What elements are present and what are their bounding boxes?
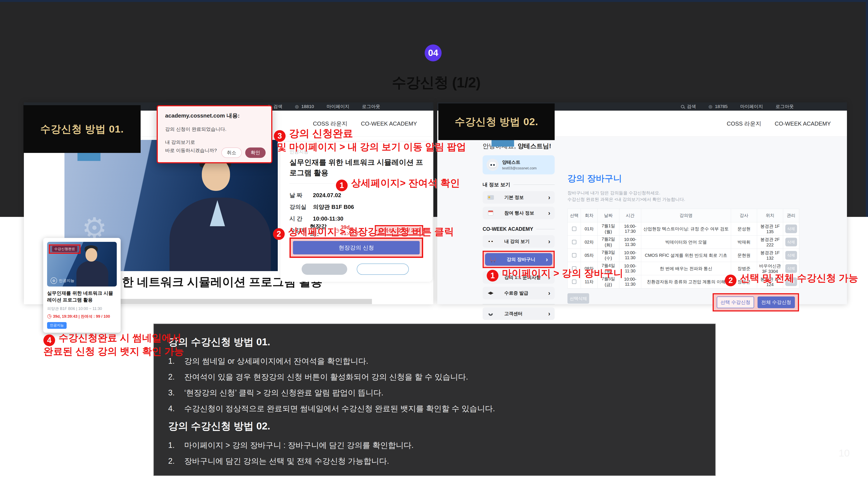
annotation-1-seats: 1상세페이지> 잔여석 확인	[336, 176, 460, 191]
views-icon: ◎	[295, 104, 299, 109]
phone-icon	[487, 312, 494, 316]
confirm-button[interactable]: 확인	[245, 148, 266, 158]
profile-name: 양테스트	[502, 159, 537, 165]
search-icon	[681, 105, 684, 108]
search-link[interactable]: 검색	[681, 103, 696, 109]
instructions-list-1: 1.강의 썸네일 or 상세페이지에서 잔여석을 확인합니다. 2.잔여석이 있…	[168, 356, 701, 413]
avatar	[487, 159, 499, 171]
apply-selected-button[interactable]: 선택 수강신청	[717, 296, 754, 308]
sidebar-section-coweek: CO-WEEK ACADEMY	[483, 226, 555, 232]
mypage-sidebar: 안녕하세요, 양테스트님! 양테스트 test03@cossnet.com 내 …	[483, 142, 555, 320]
confirmation-popup: academy.cossnet.com 내용: 강의 신청이 완료되었습니다. …	[157, 105, 272, 163]
col-instructor: 강사	[731, 209, 757, 222]
mypage-link[interactable]: 마이페이지	[740, 103, 763, 109]
mypage-link[interactable]: 마이페이지	[327, 103, 349, 109]
nav-coweek-academy[interactable]: CO-WEEK ACADEMY	[361, 120, 417, 127]
registration-complete-badge: 수강신청완료	[52, 246, 77, 252]
popup-title: academy.cossnet.com 내용:	[165, 112, 264, 120]
sidebar-item-basic-info[interactable]: 기본 정보 ›	[483, 191, 555, 204]
logout-link[interactable]: 로그아웃	[776, 103, 794, 109]
annotation-4-line1: 4수강신청완료 시 썸네일에서	[43, 331, 181, 346]
robot-icon	[489, 162, 496, 168]
cart-item-highlight: 강의 장바구니 ›	[483, 251, 555, 268]
apply-all-button[interactable]: 전체 수강신청	[757, 296, 795, 308]
section-number-badge: 04	[425, 44, 442, 61]
instructions-heading-1: 강의 수강신청 방법 01.	[168, 335, 701, 349]
list-item: 1.강의 썸네일 or 상세페이지에서 잔여석을 확인합니다.	[168, 356, 701, 366]
slide: 04 수강신청 (1/2) 검색 ◎18810 마이페이지 로그아웃 COSS …	[0, 0, 868, 488]
annotation-2-apply-click: 2상세페이지 > 현장강의 신청 버튼 클릭	[273, 225, 454, 240]
sidebar-item-certificate[interactable]: 수료증 발급 ›	[483, 287, 555, 299]
col-time: 시간	[619, 209, 641, 222]
apply-button-highlight: 현장강의 신청	[289, 237, 423, 258]
views-counter: ◎18810	[295, 104, 314, 109]
delete-button[interactable]: 삭제	[785, 251, 797, 260]
table-row: 02차 7월2일(화) 10:00-11:30 빅데이터와 언어 모델 박재휘 …	[568, 235, 799, 249]
cart-section: 강의 장바구니 장바구니에 내가 담은 강의들을 수강신청하세요. 수강신청 완…	[567, 172, 799, 312]
list-item: 1.마이페이지 > 강의 장바구니 : 장바구니에 담긴 강의를 확인합니다.	[168, 440, 701, 450]
graduation-cap-icon	[487, 292, 494, 295]
course-detail-title: 실무인재를 위한 네트워크 시뮬레이션 프로그램 활용	[289, 157, 423, 178]
sidebar-item-my-lectures[interactable]: 내 강의 보기 ›	[483, 235, 555, 248]
sidebar-item-event-info[interactable]: 참여 행사 정보 ›	[483, 207, 555, 219]
sidebar-item-lecture-cart[interactable]: 강의 장바구니 ›	[485, 253, 552, 266]
col-name: 강의명	[641, 209, 731, 222]
views-counter: ◎18785	[709, 104, 727, 109]
delete-selected-button[interactable]: 선택삭제	[567, 293, 589, 304]
sidebar-item-support[interactable]: 고객센터 ›	[483, 307, 555, 320]
profile-email: test03@cossnet.com	[502, 166, 537, 170]
col-select: 선택	[568, 209, 581, 222]
slide-right-edge	[866, 0, 868, 217]
active-nav-tab[interactable]	[492, 139, 514, 147]
id-card-icon	[487, 195, 494, 200]
cart-subtitle: 장바구니에 내가 담은 강의들을 수강신청하세요. 수강신청 완료된 과목은 <…	[567, 190, 799, 202]
category-pill: 인공지능	[47, 322, 67, 329]
apply-buttons-highlight: 선택 수강신청 전체 수강신청	[713, 293, 799, 312]
outline-pill-button[interactable]	[357, 263, 409, 275]
row-checkbox[interactable]	[572, 240, 576, 244]
instructions-panel: 강의 수강신청 방법 01. 1.강의 썸네일 or 상세페이지에서 잔여석을 …	[153, 324, 716, 476]
secondary-pill-button[interactable]	[302, 263, 347, 275]
col-date: 날짜	[598, 209, 619, 222]
annotation-b2-apply: 2선택 및 전체 수강신청 가능	[725, 271, 858, 286]
list-item: 3.‘현장강의 신청’ 클릭 > 강의 신청완료 알림 팝업이 뜹니다.	[168, 388, 701, 397]
active-nav-tab[interactable]	[78, 152, 100, 161]
cart-icon	[489, 258, 497, 261]
table-row: 01차 7월1일(월) 16:00-17:30 산업현장 텍스트마이닝: 규정 …	[568, 222, 799, 235]
nav-coss-lounge[interactable]: COSS 라운지	[727, 120, 761, 128]
nav-coweek-academy[interactable]: CO-WEEK ACADEMY	[775, 120, 831, 127]
apply-onsite-lecture-button[interactable]: 현장강의 신청	[293, 241, 420, 254]
cancel-button[interactable]: 취소	[221, 148, 242, 158]
cart-title: 강의 장바구니	[567, 172, 799, 184]
chevron-right-icon: ›	[548, 238, 550, 245]
delete-button[interactable]: 삭제	[785, 238, 797, 247]
popup-message: 강의 신청이 완료되었습니다.	[165, 126, 264, 132]
course-thumbnail-card[interactable]: 수강신청완료 ⚙ 인공지능 실무인재를 위한 네트워크 시뮬레이션 프로그램 활…	[43, 238, 121, 333]
thumbnail-category: ⚙ 인공지능	[51, 278, 74, 284]
row-checkbox[interactable]	[572, 227, 576, 231]
detail-row-room: 강의실의양관 B1F B06	[289, 201, 423, 213]
popup-message: 내 강의보기로	[165, 139, 264, 145]
table-header-row: 선택 회차 날짜 시간 강의명 강사 위치 관리	[568, 209, 799, 222]
table-row: 05차 7월3일(수) 10:00-11:30 CMOS RFIC 설계를 위한…	[568, 249, 799, 262]
page-number: 10	[831, 447, 857, 459]
chevron-right-icon: ›	[548, 209, 550, 217]
list-item: 4.수강신청이 정상적으로 완료되면 썸네일에서 수강신청 완료된 뱃지를 확인…	[168, 403, 701, 413]
instructions-list-2: 1.마이페이지 > 강의 장바구니 : 장바구니에 담긴 강의를 확인합니다. …	[168, 440, 701, 466]
annotation-3-line2: 및 마이페이지 > 내 강의 보기 이동 알림 팝업	[277, 140, 466, 153]
logout-link[interactable]: 로그아웃	[362, 103, 380, 109]
delete-button[interactable]: 삭제	[785, 225, 797, 233]
chevron-right-icon: ›	[548, 194, 550, 201]
section-divider-bar	[121, 299, 372, 304]
sidebar-divider	[483, 304, 555, 304]
nav-coss-lounge[interactable]: COSS 라운지	[313, 120, 347, 128]
list-item: 2.잔여석이 있을 경우 현장강의 신청 버튼이 활성화되어 강의 신청을 할 …	[168, 372, 701, 382]
row-checkbox[interactable]	[572, 253, 576, 257]
thumbnail-countdown: ◷39d, 19:39:43 | 잔여석 : 99 / 100	[47, 313, 117, 319]
instructor-figure	[162, 150, 278, 271]
method-01-label: 수강신청 방법 01.	[24, 105, 141, 153]
course-detail-card: 인공지능 실무인재를 위한 네트워크 시뮬레이션 프로그램 활용 날 짜2024…	[280, 142, 432, 282]
thumbnail-image: 수강신청완료 ⚙ 인공지능	[47, 242, 117, 287]
chevron-right-icon: ›	[548, 289, 550, 297]
slide-bottom-edge	[0, 0, 868, 2]
